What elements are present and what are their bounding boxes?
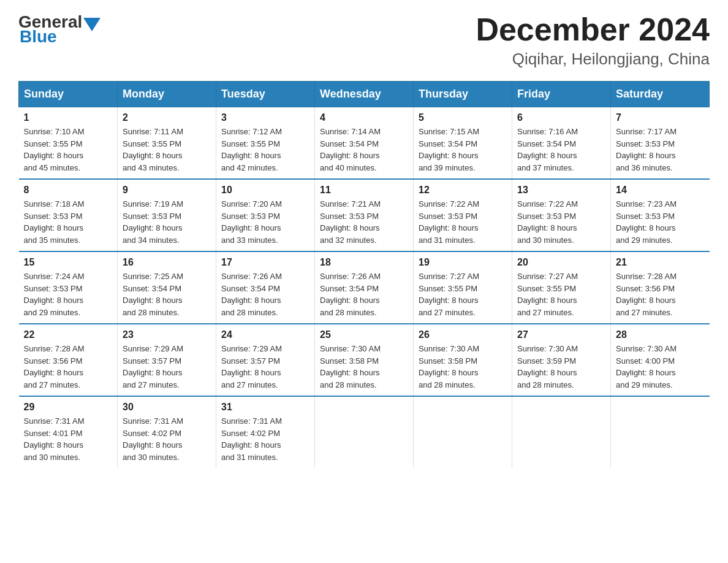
day-info: Sunrise: 7:18 AMSunset: 3:53 PMDaylight:… xyxy=(24,198,113,246)
day-number: 13 xyxy=(517,185,605,196)
calendar-cell: 10 Sunrise: 7:20 AMSunset: 3:53 PMDaylig… xyxy=(216,179,315,251)
day-info: Sunrise: 7:20 AMSunset: 3:53 PMDaylight:… xyxy=(221,198,309,246)
calendar-table: SundayMondayTuesdayWednesdayThursdayFrid… xyxy=(18,81,710,468)
calendar-cell: 5 Sunrise: 7:15 AMSunset: 3:54 PMDayligh… xyxy=(414,107,512,180)
day-number: 12 xyxy=(419,185,507,196)
day-info: Sunrise: 7:10 AMSunset: 3:55 PMDaylight:… xyxy=(24,126,113,174)
day-number: 27 xyxy=(517,329,605,340)
calendar-cell: 14 Sunrise: 7:23 AMSunset: 3:53 PMDaylig… xyxy=(611,179,710,251)
calendar-cell xyxy=(512,396,611,468)
calendar-cell xyxy=(611,396,710,468)
day-info: Sunrise: 7:17 AMSunset: 3:53 PMDaylight:… xyxy=(616,126,705,174)
weekday-header-tuesday: Tuesday xyxy=(216,82,315,107)
weekday-header-row: SundayMondayTuesdayWednesdayThursdayFrid… xyxy=(19,82,710,107)
day-info: Sunrise: 7:28 AMSunset: 3:56 PMDaylight:… xyxy=(24,343,113,391)
day-info: Sunrise: 7:22 AMSunset: 3:53 PMDaylight:… xyxy=(419,198,507,246)
day-number: 26 xyxy=(419,329,507,340)
day-number: 19 xyxy=(419,257,507,268)
calendar-cell: 15 Sunrise: 7:24 AMSunset: 3:53 PMDaylig… xyxy=(19,251,118,324)
calendar-week-row: 29 Sunrise: 7:31 AMSunset: 4:01 PMDaylig… xyxy=(19,396,710,468)
calendar-cell: 11 Sunrise: 7:21 AMSunset: 3:53 PMDaylig… xyxy=(315,179,414,251)
calendar-cell: 8 Sunrise: 7:18 AMSunset: 3:53 PMDayligh… xyxy=(19,179,118,251)
calendar-cell: 31 Sunrise: 7:31 AMSunset: 4:02 PMDaylig… xyxy=(216,396,315,468)
day-info: Sunrise: 7:25 AMSunset: 3:54 PMDaylight:… xyxy=(123,270,211,318)
day-info: Sunrise: 7:26 AMSunset: 3:54 PMDaylight:… xyxy=(320,270,408,318)
calendar-cell: 26 Sunrise: 7:30 AMSunset: 3:58 PMDaylig… xyxy=(414,324,512,396)
day-info: Sunrise: 7:30 AMSunset: 4:00 PMDaylight:… xyxy=(616,343,705,391)
calendar-cell: 18 Sunrise: 7:26 AMSunset: 3:54 PMDaylig… xyxy=(315,251,414,324)
day-info: Sunrise: 7:15 AMSunset: 3:54 PMDaylight:… xyxy=(419,126,507,174)
day-info: Sunrise: 7:19 AMSunset: 3:53 PMDaylight:… xyxy=(123,198,211,246)
calendar-cell: 1 Sunrise: 7:10 AMSunset: 3:55 PMDayligh… xyxy=(19,107,118,180)
calendar-cell: 12 Sunrise: 7:22 AMSunset: 3:53 PMDaylig… xyxy=(414,179,512,251)
day-info: Sunrise: 7:30 AMSunset: 3:58 PMDaylight:… xyxy=(419,343,507,391)
calendar-cell: 2 Sunrise: 7:11 AMSunset: 3:55 PMDayligh… xyxy=(118,107,216,180)
weekday-header-sunday: Sunday xyxy=(19,82,118,107)
calendar-cell: 30 Sunrise: 7:31 AMSunset: 4:02 PMDaylig… xyxy=(118,396,216,468)
calendar-cell: 19 Sunrise: 7:27 AMSunset: 3:55 PMDaylig… xyxy=(414,251,512,324)
weekday-header-thursday: Thursday xyxy=(414,82,512,107)
day-number: 1 xyxy=(24,112,113,123)
title-area: December 2024 Qiqihar, Heilongjiang, Chi… xyxy=(476,12,710,69)
day-info: Sunrise: 7:22 AMSunset: 3:53 PMDaylight:… xyxy=(517,198,605,246)
day-info: Sunrise: 7:11 AMSunset: 3:55 PMDaylight:… xyxy=(123,126,211,174)
day-info: Sunrise: 7:30 AMSunset: 3:58 PMDaylight:… xyxy=(320,343,408,391)
day-info: Sunrise: 7:27 AMSunset: 3:55 PMDaylight:… xyxy=(517,270,605,318)
day-number: 6 xyxy=(517,112,605,123)
calendar-cell: 29 Sunrise: 7:31 AMSunset: 4:01 PMDaylig… xyxy=(19,396,118,468)
day-info: Sunrise: 7:29 AMSunset: 3:57 PMDaylight:… xyxy=(221,343,309,391)
logo: General Blue xyxy=(18,12,102,47)
calendar-week-row: 1 Sunrise: 7:10 AMSunset: 3:55 PMDayligh… xyxy=(19,107,710,180)
calendar-cell: 9 Sunrise: 7:19 AMSunset: 3:53 PMDayligh… xyxy=(118,179,216,251)
calendar-cell: 24 Sunrise: 7:29 AMSunset: 3:57 PMDaylig… xyxy=(216,324,315,396)
day-info: Sunrise: 7:29 AMSunset: 3:57 PMDaylight:… xyxy=(123,343,211,391)
day-number: 3 xyxy=(221,112,309,123)
day-number: 2 xyxy=(123,112,211,123)
calendar-cell: 25 Sunrise: 7:30 AMSunset: 3:58 PMDaylig… xyxy=(315,324,414,396)
day-number: 9 xyxy=(123,185,211,196)
day-number: 23 xyxy=(123,329,211,340)
day-number: 28 xyxy=(616,329,705,340)
day-number: 31 xyxy=(221,402,309,413)
day-number: 10 xyxy=(221,185,309,196)
day-number: 8 xyxy=(24,185,113,196)
day-number: 22 xyxy=(24,329,113,340)
logo-blue-text: Blue xyxy=(18,27,57,47)
day-number: 14 xyxy=(616,185,705,196)
weekday-header-saturday: Saturday xyxy=(611,82,710,107)
day-number: 29 xyxy=(24,402,113,413)
calendar-cell: 4 Sunrise: 7:14 AMSunset: 3:54 PMDayligh… xyxy=(315,107,414,180)
calendar-cell: 13 Sunrise: 7:22 AMSunset: 3:53 PMDaylig… xyxy=(512,179,611,251)
day-number: 5 xyxy=(419,112,507,123)
day-number: 16 xyxy=(123,257,211,268)
calendar-cell xyxy=(315,396,414,468)
day-info: Sunrise: 7:16 AMSunset: 3:54 PMDaylight:… xyxy=(517,126,605,174)
day-info: Sunrise: 7:30 AMSunset: 3:59 PMDaylight:… xyxy=(517,343,605,391)
day-info: Sunrise: 7:23 AMSunset: 3:53 PMDaylight:… xyxy=(616,198,705,246)
day-number: 15 xyxy=(24,257,113,268)
day-number: 25 xyxy=(320,329,408,340)
day-info: Sunrise: 7:31 AMSunset: 4:02 PMDaylight:… xyxy=(221,415,309,463)
calendar-week-row: 8 Sunrise: 7:18 AMSunset: 3:53 PMDayligh… xyxy=(19,179,710,251)
calendar-cell: 17 Sunrise: 7:26 AMSunset: 3:54 PMDaylig… xyxy=(216,251,315,324)
weekday-header-monday: Monday xyxy=(118,82,216,107)
day-info: Sunrise: 7:27 AMSunset: 3:55 PMDaylight:… xyxy=(419,270,507,318)
location-title: Qiqihar, Heilongjiang, China xyxy=(476,50,710,69)
calendar-cell: 16 Sunrise: 7:25 AMSunset: 3:54 PMDaylig… xyxy=(118,251,216,324)
calendar-cell: 21 Sunrise: 7:28 AMSunset: 3:56 PMDaylig… xyxy=(611,251,710,324)
calendar-cell: 7 Sunrise: 7:17 AMSunset: 3:53 PMDayligh… xyxy=(611,107,710,180)
day-number: 21 xyxy=(616,257,705,268)
day-info: Sunrise: 7:24 AMSunset: 3:53 PMDaylight:… xyxy=(24,270,113,318)
calendar-cell: 22 Sunrise: 7:28 AMSunset: 3:56 PMDaylig… xyxy=(19,324,118,396)
day-info: Sunrise: 7:12 AMSunset: 3:55 PMDaylight:… xyxy=(221,126,309,174)
day-number: 30 xyxy=(123,402,211,413)
calendar-cell: 27 Sunrise: 7:30 AMSunset: 3:59 PMDaylig… xyxy=(512,324,611,396)
month-title: December 2024 xyxy=(476,12,710,47)
day-number: 24 xyxy=(221,329,309,340)
day-number: 11 xyxy=(320,185,408,196)
day-info: Sunrise: 7:31 AMSunset: 4:02 PMDaylight:… xyxy=(123,415,211,463)
day-info: Sunrise: 7:28 AMSunset: 3:56 PMDaylight:… xyxy=(616,270,705,318)
calendar-cell xyxy=(414,396,512,468)
calendar-cell: 3 Sunrise: 7:12 AMSunset: 3:55 PMDayligh… xyxy=(216,107,315,180)
weekday-header-wednesday: Wednesday xyxy=(315,82,414,107)
